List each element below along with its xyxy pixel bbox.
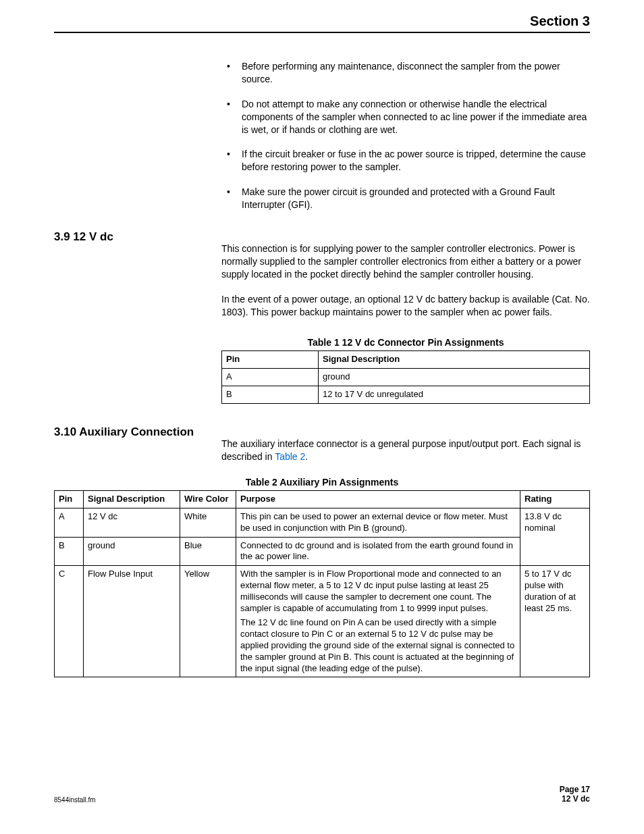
table-cell: Yellow [180, 566, 236, 677]
table-row: C Flow Pulse Input Yellow With the sampl… [55, 566, 590, 677]
table-header-pin: Pin [55, 490, 84, 508]
section-3-10-body: The auxiliary interface connector is a g… [221, 438, 590, 463]
bullet-item: Before performing any maintenance, disco… [221, 60, 590, 86]
table-header-signal: Signal Description [319, 351, 590, 369]
table-cell: ground [319, 369, 590, 386]
purpose-para-2: The 12 V dc line found on Pin A can be u… [240, 617, 516, 674]
table-2-link[interactable]: Table 2 [275, 451, 305, 462]
table-cell: A [222, 369, 319, 386]
section-3-9-p1: This connection is for supplying power t… [221, 242, 590, 281]
section-3-10-p1: The auxiliary interface connector is a g… [221, 438, 590, 463]
section-3-9-body: This connection is for supplying power t… [221, 230, 590, 330]
table-row: A 12 V dc White This pin can be used to … [55, 508, 590, 537]
table-cell: With the sampler is in Flow Proportional… [236, 566, 520, 677]
table-row: A ground [222, 369, 590, 386]
page-footer: 8544install.fm Page 17 12 V dc [54, 785, 590, 804]
section-3-10: 3.10 Auxiliary Connection [54, 425, 590, 439]
footer-right: Page 17 12 V dc [560, 785, 590, 804]
footer-filename: 8544install.fm [54, 796, 96, 804]
footer-page-number: Page 17 [560, 785, 590, 794]
table-2-caption: Table 2 Auxiliary Pin Assignments [54, 477, 590, 488]
table-row: B ground Blue Connected to dc ground and… [55, 537, 590, 566]
table-cell: ground [84, 537, 180, 566]
table-header-signal: Signal Description [84, 490, 180, 508]
table-cell: Connected to dc ground and is isolated f… [236, 537, 520, 566]
table-header-rating: Rating [520, 490, 590, 508]
bullet-item: Do not attempt to make any connection or… [221, 98, 590, 136]
table-cell: Flow Pulse Input [84, 566, 180, 677]
table-header-wire: Wire Color [180, 490, 236, 508]
section-3-10-p1-post: . [305, 451, 308, 462]
table-cell: Blue [180, 537, 236, 566]
table-row: Pin Signal Description [222, 351, 590, 369]
bullet-list-container: Before performing any maintenance, disco… [221, 60, 590, 211]
table-cell: B [222, 386, 319, 404]
table-cell: C [55, 566, 84, 677]
page-header: Section 3 [54, 14, 590, 33]
safety-bullets: Before performing any maintenance, disco… [221, 60, 590, 211]
footer-section-title: 12 V dc [560, 794, 590, 804]
section-3-10-heading: 3.10 Auxiliary Connection [54, 425, 194, 439]
table-header-purpose: Purpose [236, 490, 520, 508]
bullet-item: Make sure the power circuit is grounded … [221, 186, 590, 211]
table-cell: 12 V dc [84, 508, 180, 537]
table-cell: White [180, 508, 236, 537]
table-header-pin: Pin [222, 351, 319, 369]
section-3-9-heading: 3.9 12 V dc [54, 230, 221, 244]
bullet-item: If the circuit breaker or fuse in the ac… [221, 148, 590, 174]
table-1-caption: Table 1 12 V dc Connector Pin Assignment… [221, 337, 590, 348]
table-2: Pin Signal Description Wire Color Purpos… [54, 490, 590, 677]
table-cell: This pin can be used to power an externa… [236, 508, 520, 537]
purpose-para-1: With the sampler is in Flow Proportional… [240, 569, 516, 615]
table-cell: 5 to 17 V dc pulse with duration of at l… [520, 566, 590, 677]
table-row: B 12 to 17 V dc unregulated [222, 386, 590, 404]
table-cell: 13.8 V dc nominal [520, 508, 590, 566]
table-cell: A [55, 508, 84, 537]
table-1: Pin Signal Description A ground B 12 to … [221, 350, 590, 404]
section-3-9-p2: In the event of a power outage, an optio… [221, 293, 590, 319]
section-label: Section 3 [530, 14, 590, 28]
table-cell: 12 to 17 V dc unregulated [319, 386, 590, 404]
table-cell: B [55, 537, 84, 566]
section-3-9: 3.9 12 V dc This connection is for suppl… [54, 230, 590, 330]
table-row: Pin Signal Description Wire Color Purpos… [55, 490, 590, 508]
